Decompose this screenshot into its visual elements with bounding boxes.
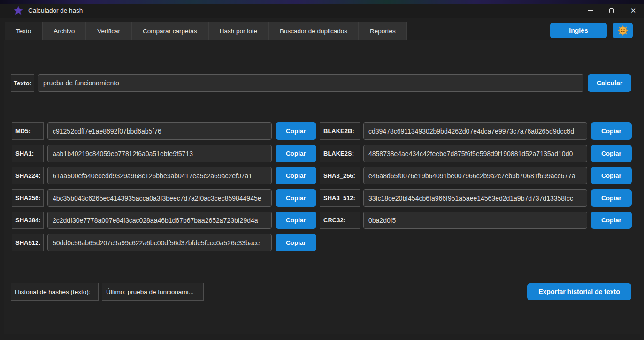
sha256-value-field[interactable] [47, 189, 272, 207]
theme-toggle-button[interactable] [613, 23, 633, 38]
sha224-label: SHA224: [12, 167, 44, 184]
sha1-label: SHA1: [12, 145, 44, 162]
language-toggle-button[interactable]: Inglés [550, 23, 607, 38]
tab-reportes[interactable]: Reportes [359, 22, 407, 40]
blake2s-label: BLAKE2S: [320, 145, 360, 162]
sha3-512-copy-button[interactable]: Copiar [591, 189, 632, 207]
sha1-copy-button[interactable]: Copiar [276, 145, 316, 162]
window-controls: ✕ [579, 4, 644, 18]
crc32-copy-button[interactable]: Copiar [591, 212, 632, 229]
text-input[interactable] [38, 74, 583, 92]
history-last-entry: Último: prueba de funcionami... [102, 283, 204, 301]
sha384-copy-button[interactable]: Copiar [276, 212, 316, 229]
blake2s-copy-button[interactable]: Copiar [591, 145, 632, 162]
md5-copy-button[interactable]: Copiar [276, 122, 316, 140]
sha384-value-field[interactable] [47, 212, 272, 229]
tab-archivo[interactable]: Archivo [42, 22, 86, 40]
blake2s-value-field[interactable] [363, 145, 587, 162]
tab-comparar-carpetas[interactable]: Comparar carpetas [131, 22, 208, 40]
sha256-label: SHA256: [12, 189, 44, 207]
minimize-icon [588, 10, 593, 11]
window-title: Calculador de hash [28, 4, 83, 18]
maximize-button[interactable] [601, 4, 622, 18]
tab-content-panel: Texto: Calcular MD5: Copiar SHA1: Copiar… [4, 40, 640, 334]
maximize-icon [609, 8, 614, 13]
tab-bar: Texto Archivo Verificar Comparar carpeta… [5, 22, 407, 40]
tab-verificar[interactable]: Verificar [86, 22, 131, 40]
close-button[interactable]: ✕ [622, 4, 644, 18]
history-label: Historial de hashes (texto): [11, 283, 99, 301]
app-icon [13, 6, 23, 16]
md5-label: MD5: [12, 122, 44, 140]
sha3-256-copy-button[interactable]: Copiar [591, 167, 632, 184]
sha3-256-label: SHA3_256: [320, 167, 360, 184]
crc32-label: CRC32: [320, 212, 360, 229]
tab-buscador-de-duplicados[interactable]: Buscador de duplicados [268, 22, 359, 40]
sun-face-icon [617, 25, 629, 36]
crc32-value-field[interactable] [363, 212, 587, 229]
sha3-512-value-field[interactable] [363, 189, 587, 207]
sha1-value-field[interactable] [47, 145, 272, 162]
sha224-copy-button[interactable]: Copiar [276, 167, 316, 184]
title-bar: Calculador de hash ✕ [0, 4, 644, 18]
tab-texto[interactable]: Texto [5, 22, 42, 40]
video-artifact-band [0, 0, 644, 4]
text-label: Texto: [11, 74, 34, 92]
sha256-copy-button[interactable]: Copiar [276, 189, 316, 207]
app-window: Calculador de hash ✕ Texto Archivo Verif… [0, 0, 644, 340]
md5-value-field[interactable] [47, 122, 272, 140]
sha384-label: SHA384: [12, 212, 44, 229]
calculate-button[interactable]: Calcular [588, 74, 631, 92]
minimize-button[interactable] [579, 4, 601, 18]
sha3-512-label: SHA3_512: [320, 189, 360, 207]
sha512-value-field[interactable] [47, 234, 272, 251]
close-icon: ✕ [630, 7, 636, 15]
sha512-label: SHA512: [12, 234, 44, 251]
sha512-copy-button[interactable]: Copiar [276, 234, 316, 251]
sha3-256-value-field[interactable] [363, 167, 587, 184]
blake2b-value-field[interactable] [363, 122, 587, 140]
blake2b-label: BLAKE2B: [320, 122, 360, 140]
blake2b-copy-button[interactable]: Copiar [591, 122, 632, 140]
export-history-button[interactable]: Exportar historial de texto [527, 283, 631, 300]
tab-hash-por-lote[interactable]: Hash por lote [208, 22, 268, 40]
sha224-value-field[interactable] [47, 167, 272, 184]
